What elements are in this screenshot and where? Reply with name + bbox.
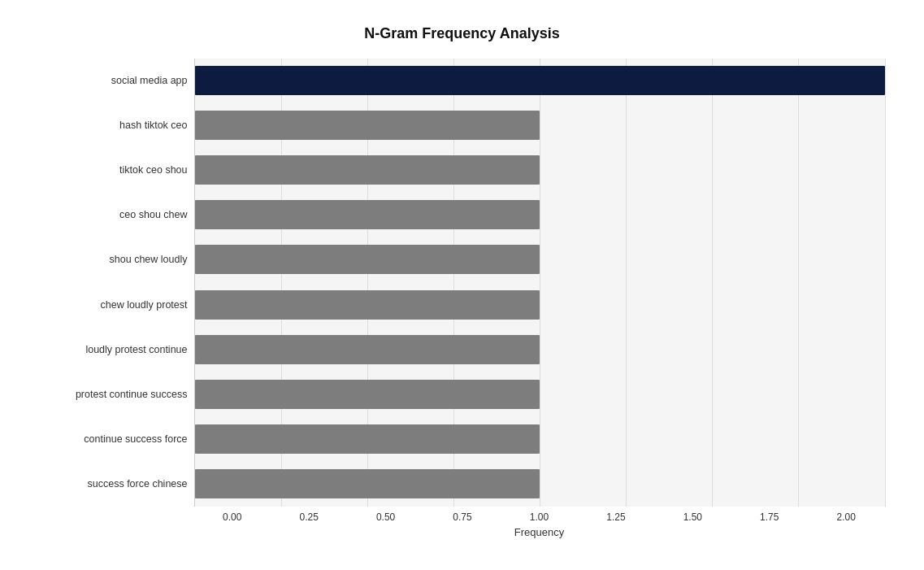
y-label: loudly protest continue <box>40 331 188 368</box>
plot-area <box>194 59 885 507</box>
bars-section <box>195 59 885 507</box>
x-tick: 0.50 <box>347 511 423 523</box>
y-label: social media app <box>40 62 188 99</box>
x-tick: 2.00 <box>808 511 884 523</box>
x-axis-label: Frequency <box>194 526 885 538</box>
y-label: success force chinese <box>40 465 188 503</box>
bar-row <box>195 241 885 278</box>
bar-row <box>195 62 885 99</box>
x-tick: 1.00 <box>501 511 577 523</box>
bar-row <box>195 196 885 233</box>
y-label: protest continue success <box>40 376 188 413</box>
bar-row <box>195 151 885 189</box>
grid-line <box>885 59 886 507</box>
chart-title: N-Gram Frequency Analysis <box>40 25 885 42</box>
bar <box>195 200 540 229</box>
bar <box>195 335 540 364</box>
bar-row <box>195 465 885 503</box>
bar <box>195 380 540 409</box>
bar <box>195 111 540 140</box>
bar-row <box>195 420 885 458</box>
y-label: ceo shou chew <box>40 196 188 233</box>
bar <box>195 290 540 320</box>
bar-row <box>195 286 885 324</box>
x-tick: 0.25 <box>271 511 347 523</box>
bar-row <box>195 331 885 368</box>
bar <box>195 469 540 498</box>
y-axis: social media apphash tiktok ceotiktok ce… <box>40 59 194 507</box>
bar <box>195 245 540 274</box>
x-tick: 1.75 <box>731 511 808 523</box>
x-tick: 0.00 <box>194 511 271 523</box>
x-tick: 0.75 <box>424 511 501 523</box>
y-label: shou chew loudly <box>40 241 188 278</box>
x-tick: 1.25 <box>578 511 654 523</box>
x-tick: 1.50 <box>654 511 731 523</box>
bar-row <box>195 376 885 413</box>
bar <box>195 155 540 185</box>
y-label: tiktok ceo shou <box>40 151 188 189</box>
bar-row <box>195 107 885 144</box>
y-label: chew loudly protest <box>40 286 188 324</box>
x-axis-ticks: 0.000.250.500.751.001.251.501.752.00 <box>194 511 885 523</box>
y-label: hash tiktok ceo <box>40 107 188 144</box>
chart-container: N-Gram Frequency Analysis social media a… <box>15 9 909 562</box>
bar <box>195 66 885 95</box>
bar <box>195 424 540 454</box>
y-label: continue success force <box>40 420 188 458</box>
